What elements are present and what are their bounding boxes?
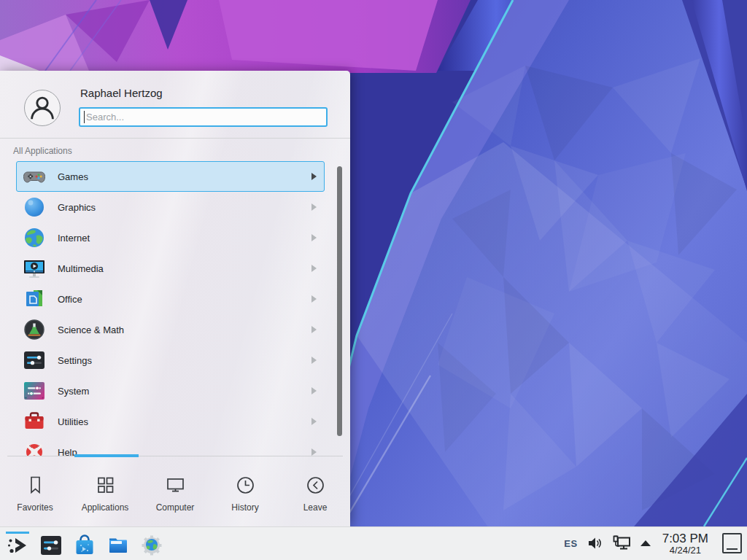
submenu-arrow-icon xyxy=(311,203,317,211)
submenu-arrow-icon xyxy=(311,173,317,180)
discover-button[interactable] xyxy=(73,531,96,557)
science-icon xyxy=(23,318,46,341)
submenu-arrow-icon xyxy=(311,357,317,364)
menu-item-office[interactable]: Office xyxy=(16,284,325,314)
text-caret xyxy=(84,111,85,123)
tab-label: History xyxy=(231,502,258,513)
tab-label: Applications xyxy=(82,502,129,513)
user-name: Raphael Hertzog xyxy=(80,87,163,99)
submenu-arrow-icon xyxy=(311,265,317,272)
tab-label: Leave xyxy=(303,502,328,513)
system-icon xyxy=(23,379,46,402)
keyboard-layout-indicator[interactable]: ES xyxy=(564,538,577,549)
menu-item-utilities[interactable]: Utilities xyxy=(16,406,325,437)
graphics-icon xyxy=(23,195,46,219)
launcher-header: Raphael Hertzog xyxy=(0,71,350,139)
menu-item-label: Science & Math xyxy=(58,324,311,335)
bookmark-icon xyxy=(25,475,46,496)
menu-item-label: Multimedia xyxy=(58,263,311,274)
menu-item-science-math[interactable]: Science & Math xyxy=(16,314,325,345)
utilities-icon xyxy=(23,410,46,433)
active-app-indicator xyxy=(6,532,29,534)
taskbar-panel: ES 7:03 PM 4/24/21 xyxy=(0,526,747,560)
submenu-arrow-icon xyxy=(311,234,317,241)
menu-item-label: Office xyxy=(58,294,311,305)
desktop: Raphael Hertzog All Applications xyxy=(0,0,747,560)
search-input[interactable] xyxy=(79,107,328,127)
discover-icon xyxy=(73,534,96,557)
tab-history[interactable]: History xyxy=(210,458,280,526)
leave-icon xyxy=(305,475,326,496)
konqueror-browser-button[interactable] xyxy=(140,531,163,557)
menu-item-label: Graphics xyxy=(58,202,311,213)
show-desktop-button[interactable] xyxy=(722,533,742,553)
user-icon xyxy=(25,90,60,125)
settings-icon xyxy=(23,349,46,372)
games-icon xyxy=(23,165,46,188)
system-settings-icon xyxy=(39,534,63,557)
active-tab-indicator xyxy=(74,454,139,457)
clock-time: 7:03 PM xyxy=(662,532,708,545)
application-launcher-button[interactable] xyxy=(6,531,29,557)
multimedia-icon xyxy=(23,257,46,280)
expand-tray-caret-icon[interactable] xyxy=(640,540,651,546)
clock-icon xyxy=(235,475,256,496)
menu-item-games[interactable]: Games xyxy=(16,161,325,192)
help-icon xyxy=(23,440,46,456)
digital-clock[interactable]: 7:03 PM 4/24/21 xyxy=(662,532,708,555)
search-box xyxy=(79,107,328,127)
application-category-list: Games Graphics xyxy=(0,161,350,456)
tab-favorites[interactable]: Favorites xyxy=(0,458,70,526)
menu-item-help[interactable]: Help xyxy=(16,437,325,456)
submenu-arrow-icon xyxy=(311,295,317,303)
grid-icon xyxy=(95,475,116,496)
menu-item-settings[interactable]: Settings xyxy=(16,345,325,376)
monitor-icon xyxy=(165,475,186,496)
system-settings-button[interactable] xyxy=(39,531,63,557)
list-scrollbar[interactable] xyxy=(337,166,342,436)
menu-item-label: Internet xyxy=(58,233,311,244)
network-icon[interactable] xyxy=(612,535,631,551)
tab-label: Favorites xyxy=(17,502,53,513)
menu-item-internet[interactable]: Internet xyxy=(16,222,325,253)
menu-item-graphics[interactable]: Graphics xyxy=(16,192,325,222)
dolphin-file-manager-button[interactable] xyxy=(107,531,130,557)
office-icon xyxy=(23,287,46,311)
menu-item-multimedia[interactable]: Multimedia xyxy=(16,253,325,284)
menu-item-label: Settings xyxy=(58,355,311,366)
menu-item-label: Utilities xyxy=(58,416,311,427)
submenu-arrow-icon xyxy=(311,418,317,425)
tabbar-separator xyxy=(7,456,343,456)
tab-leave[interactable]: Leave xyxy=(280,458,350,526)
folder-icon xyxy=(107,534,130,557)
taskbar-launchers xyxy=(6,531,163,557)
konqueror-icon xyxy=(140,534,163,557)
system-tray: ES 7:03 PM 4/24/21 xyxy=(564,532,742,555)
section-label: All Applications xyxy=(13,146,72,156)
kickoff-icon xyxy=(6,534,29,557)
submenu-arrow-icon xyxy=(311,326,317,333)
menu-item-system[interactable]: System xyxy=(16,376,325,406)
menu-item-label: Games xyxy=(58,171,311,182)
volume-icon[interactable] xyxy=(587,536,603,551)
menu-item-label: System xyxy=(58,386,311,397)
submenu-arrow-icon xyxy=(311,448,317,456)
clock-date: 4/24/21 xyxy=(670,545,701,556)
tab-computer[interactable]: Computer xyxy=(140,458,210,526)
application-launcher-popup: Raphael Hertzog All Applications xyxy=(0,71,350,526)
tab-label: Computer xyxy=(156,502,195,513)
submenu-arrow-icon xyxy=(311,387,317,394)
launcher-tabbar: Favorites Applications Computer xyxy=(0,458,350,526)
user-avatar[interactable] xyxy=(24,90,61,126)
tab-applications[interactable]: Applications xyxy=(70,458,140,526)
internet-icon xyxy=(23,226,46,249)
